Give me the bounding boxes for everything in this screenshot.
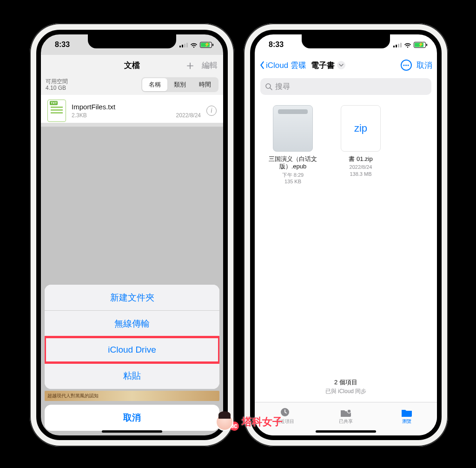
zip-file-icon: zip <box>341 105 381 152</box>
folder-summary: 2 個項目 已與 iCloud 同步 <box>255 378 437 395</box>
chevron-left-icon <box>259 61 265 69</box>
back-button[interactable]: iCloud 雲碟 <box>259 60 306 71</box>
grid-item-time: 2022/8/24 <box>333 164 389 170</box>
nav-title: 文檔 <box>41 60 223 71</box>
sort-segmented[interactable]: 名稱 類別 時間 <box>141 77 218 92</box>
search-icon <box>265 83 272 90</box>
more-button[interactable]: ••• <box>401 60 412 71</box>
status-indicators: ⚡ <box>393 42 426 48</box>
wifi-icon <box>404 42 411 47</box>
chevron-down-icon <box>337 61 345 69</box>
search-placeholder: 搜尋 <box>275 82 290 92</box>
status-time: 8:33 <box>55 40 70 49</box>
sync-status: 已與 iCloud 同步 <box>255 388 437 395</box>
segment-kind[interactable]: 類別 <box>167 78 192 91</box>
item-count: 2 個項目 <box>255 378 437 387</box>
nav-bar: iCloud 雲碟 電子書 ••• 取消 <box>255 55 437 75</box>
sub-bar: 可用空間 4.10 GB 名稱 類別 時間 <box>41 75 223 95</box>
grid-item-size: 138.3 MB <box>333 171 389 177</box>
segment-time[interactable]: 時間 <box>192 78 218 91</box>
cellular-icon <box>393 42 402 47</box>
sheet-paste[interactable]: 粘貼 <box>45 363 219 389</box>
notch <box>88 34 176 48</box>
file-row[interactable]: TXT ImportFiles.txt 2.3KB 2022/8/24 i <box>41 95 223 127</box>
cellular-icon <box>179 42 188 47</box>
search-input[interactable]: 搜尋 <box>260 78 431 95</box>
free-space: 可用空間 4.10 GB <box>46 78 68 92</box>
status-indicators: ⚡ <box>179 42 212 48</box>
home-indicator[interactable] <box>102 430 162 433</box>
tab-label: 已共享 <box>339 418 353 425</box>
grid-item-name: 書 01.zip <box>333 155 389 163</box>
file-name: ImportFiles.txt <box>72 103 201 111</box>
nav-title-wrap[interactable]: 電子書 <box>311 60 345 71</box>
free-space-value: 4.10 GB <box>46 85 68 91</box>
grid-item-size: 135 KB <box>265 178 321 185</box>
watermark-avatar <box>216 413 233 431</box>
txt-file-icon: TXT <box>47 100 66 122</box>
sheet-wireless[interactable]: 無線傳輸 <box>45 311 219 337</box>
file-grid: 三国演义（白话文版）.epub 下午 8:29 135 KB zip 書 01.… <box>255 100 437 190</box>
cancel-button[interactable]: 取消 <box>416 60 432 71</box>
sheet-icloud-drive[interactable]: iCloud Drive <box>45 337 219 363</box>
phone-frame-right: 8:33 ⚡ iCloud 雲碟 電子書 ••• 取消 <box>244 23 448 447</box>
tab-browse[interactable]: 瀏覽 <box>376 402 437 435</box>
notch <box>302 34 390 48</box>
epub-file-icon <box>273 105 313 152</box>
watermark: 3C 塔科女子 <box>216 413 283 431</box>
nav-bar: 文檔 ＋ 編輯 <box>41 55 223 75</box>
folder-shared-icon <box>340 407 352 417</box>
grid-item[interactable]: 三国演义（白话文版）.epub 下午 8:29 135 KB <box>265 105 321 185</box>
status-time: 8:33 <box>269 40 284 49</box>
screen-left: 8:33 ⚡ 文檔 ＋ 編輯 可用空間 4.10 GB 名稱 <box>36 30 228 440</box>
file-size: 2.3KB <box>72 112 87 119</box>
segment-name[interactable]: 名稱 <box>142 78 167 91</box>
back-label: iCloud 雲碟 <box>266 60 306 71</box>
home-indicator[interactable] <box>316 430 376 433</box>
free-space-label: 可用空間 <box>46 78 68 85</box>
battery-icon: ⚡ <box>200 42 212 48</box>
grid-item[interactable]: zip 書 01.zip 2022/8/24 138.3 MB <box>333 105 389 177</box>
action-sheet: 新建文件夾 無線傳輸 iCloud Drive 粘貼 超越現代人對黑鳳的認知 取… <box>45 285 219 431</box>
grid-item-time: 下午 8:29 <box>265 172 321 178</box>
file-date: 2022/8/24 <box>176 112 201 119</box>
nav-title: 電子書 <box>311 60 335 71</box>
battery-icon: ⚡ <box>414 42 426 48</box>
sheet-new-folder[interactable]: 新建文件夾 <box>45 285 219 311</box>
ad-banner[interactable]: 超越現代人對黑鳳的認知 <box>45 391 219 401</box>
tab-label: 瀏覽 <box>402 418 411 425</box>
sheet-cancel[interactable]: 取消 <box>45 405 219 431</box>
phone-frame-left: 8:33 ⚡ 文檔 ＋ 編輯 可用空間 4.10 GB 名稱 <box>30 23 234 447</box>
wifi-icon <box>190 42 198 47</box>
screen-right: 8:33 ⚡ iCloud 雲碟 電子書 ••• 取消 <box>250 30 442 440</box>
watermark-text: 塔科女子 <box>242 415 283 429</box>
grid-item-name: 三国演义（白话文版）.epub <box>265 155 321 171</box>
svg-line-1 <box>270 88 272 90</box>
folder-icon <box>401 407 413 417</box>
info-icon[interactable]: i <box>206 106 217 116</box>
svg-point-3 <box>347 409 351 413</box>
